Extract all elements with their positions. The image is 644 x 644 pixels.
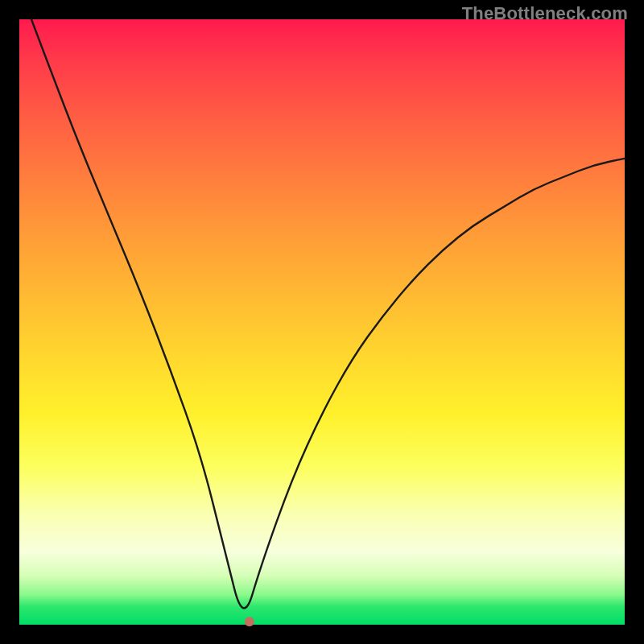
- optimal-point-marker: [245, 617, 254, 626]
- plot-area: [19, 19, 625, 625]
- bottleneck-curve-path: [31, 19, 625, 608]
- bottleneck-curve-svg: [19, 19, 625, 625]
- chart-frame: TheBottleneck.com: [0, 0, 644, 644]
